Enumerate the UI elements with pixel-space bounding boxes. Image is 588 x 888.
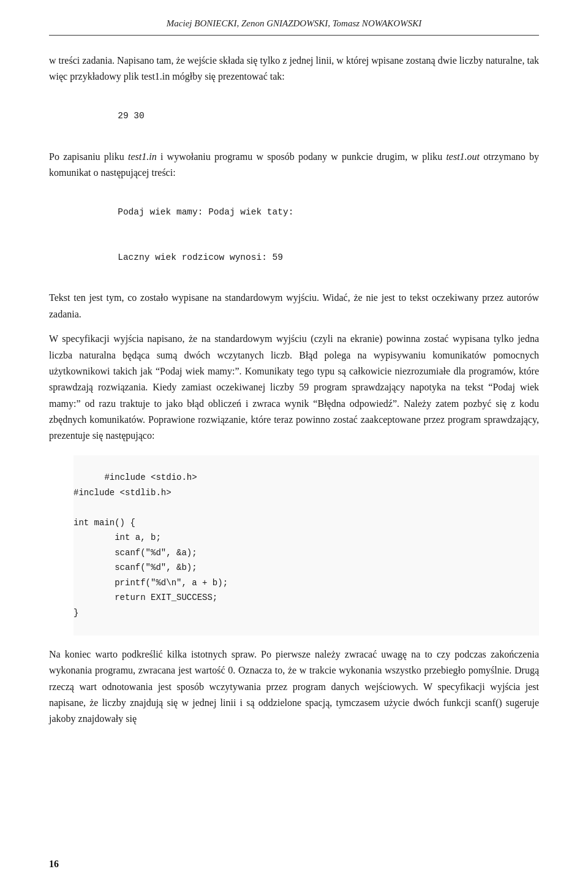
test1-in-italic: test1.in [128,151,157,162]
code-output-block: Podaj wiek mamy: Podaj wiek taty: Laczny… [86,189,539,280]
code-solution-text: #include <stdio.h> #include <stdlib.h> i… [74,472,228,618]
paragraph-5-text: Na koniec warto podkreślić kilka istotny… [49,649,539,724]
input-example: 29 30 [86,94,539,139]
paragraph-4-text: W specyfikacji wyjścia napisano, że na s… [49,333,539,441]
page: Maciej BONIECKI, Zenon GNIAZDOWSKI, Toma… [0,0,588,888]
page-number-text: 16 [49,859,59,869]
code-solution-block: #include <stdio.h> #include <stdlib.h> i… [74,455,539,636]
page-content: w treści zadania. Napisano tam, że wejśc… [49,53,539,727]
paragraph-2-mid: i wywołaniu programu w sposób podany w p… [157,151,447,162]
paragraph-2-pre: Po zapisaniu pliku [49,151,128,162]
header-text: Maciej BONIECKI, Zenon GNIAZDOWSKI, Toma… [167,18,421,28]
code-output-line1: Podaj wiek mamy: Podaj wiek taty: [118,207,293,217]
input-example-text: 29 30 [118,111,145,121]
paragraph-1: w treści zadania. Napisano tam, że wejśc… [49,53,539,85]
paragraph-5: Na koniec warto podkreślić kilka istotny… [49,647,539,727]
test1-out-italic: test1.out [446,151,480,162]
paragraph-2: Po zapisaniu pliku test1.in i wywołaniu … [49,149,539,181]
paragraph-4: W specyfikacji wyjścia napisano, że na s… [49,331,539,444]
paragraph-3: Tekst ten jest tym, co zostało wypisane … [49,290,539,322]
page-header: Maciej BONIECKI, Zenon GNIAZDOWSKI, Toma… [49,18,539,36]
page-number: 16 [49,859,59,870]
paragraph-3-text: Tekst ten jest tym, co zostało wypisane … [49,292,539,319]
paragraph-1-text: w treści zadania. Napisano tam, że wejśc… [49,55,539,82]
code-output-line2: Laczny wiek rodzicow wynosi: 59 [118,252,283,262]
